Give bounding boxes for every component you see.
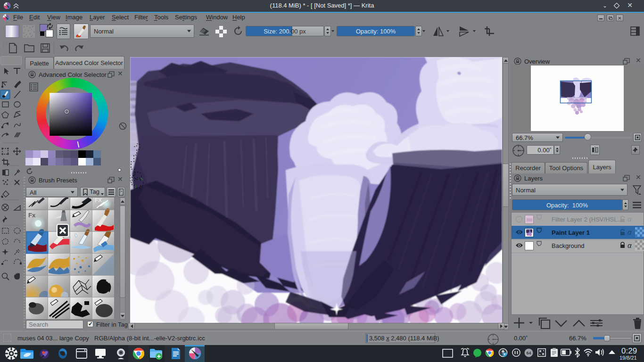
svg-text:64: 64 xyxy=(526,351,531,355)
